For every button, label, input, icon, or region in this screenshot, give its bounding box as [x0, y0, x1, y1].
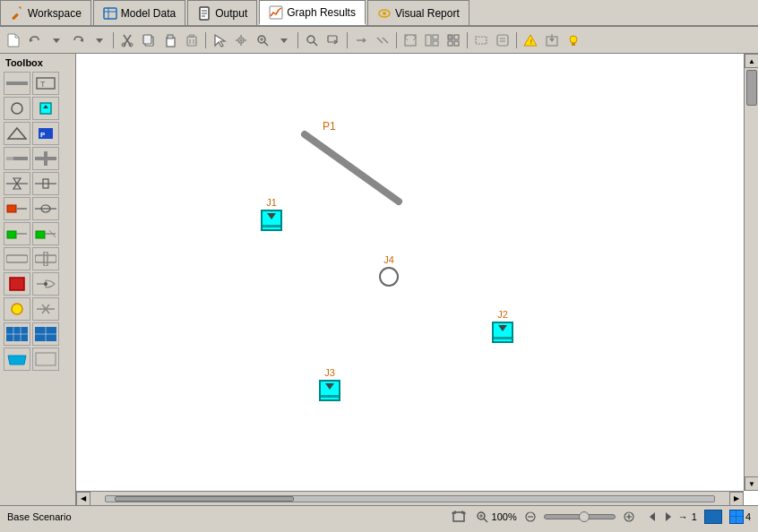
status-bar: Base Scenario 100% [0, 505, 758, 527]
svg-marker-14 [96, 39, 103, 43]
tool-circle[interactable] [4, 97, 30, 120]
redo-dropdown[interactable] [90, 30, 109, 50]
toolbox-title: Toolbox [2, 56, 73, 70]
pipe-p1[interactable]: P1 [305, 120, 399, 202]
canvas-area[interactable]: P1 J1 J2 J3 [76, 54, 758, 505]
tool-grid1[interactable] [4, 322, 30, 346]
tool-row-8 [2, 247, 73, 270]
tool-pipe-l[interactable] [4, 147, 30, 170]
paste-button[interactable] [160, 30, 180, 50]
j3-arrow [325, 383, 334, 390]
tool-grid2[interactable] [32, 322, 59, 346]
tool-xsensor[interactable] [32, 297, 59, 321]
copy-button[interactable] [139, 30, 159, 50]
svg-rect-1 [104, 8, 116, 19]
j1-box[interactable] [261, 210, 282, 231]
fit-view-btn[interactable] [449, 507, 469, 527]
scroll-thumb[interactable] [115, 496, 294, 502]
scroll-track[interactable] [105, 495, 715, 502]
tool-sensor[interactable] [4, 297, 30, 321]
layout-button[interactable] [422, 30, 442, 50]
map-view-icon[interactable] [704, 510, 722, 524]
zoom-slider[interactable] [544, 514, 616, 519]
select-button[interactable] [210, 30, 229, 50]
junction-j3[interactable]: J3 [319, 367, 340, 401]
tool-row-6 [2, 197, 73, 220]
tab-workspace[interactable]: Workspace [0, 0, 91, 25]
new-button[interactable] [4, 30, 23, 50]
scroll-right-btn[interactable]: ▶ [729, 492, 744, 506]
disconnect-button[interactable] [373, 30, 392, 50]
zoom-minus-btn[interactable] [521, 507, 540, 527]
tool-junction[interactable] [32, 97, 59, 120]
connect-button[interactable] [351, 30, 371, 50]
undo-button[interactable] [25, 30, 45, 50]
fit-button[interactable] [401, 30, 420, 50]
scroll-down-btn[interactable]: ▼ [745, 476, 758, 491]
svg-line-40 [377, 38, 383, 43]
zoom-thumb[interactable] [579, 511, 590, 522]
group-button[interactable] [471, 30, 491, 50]
tool-xvalve[interactable] [32, 197, 59, 220]
replace-button[interactable] [323, 30, 343, 50]
junction-j2[interactable]: J2 [492, 309, 513, 343]
j3-box[interactable] [319, 380, 340, 401]
zoom-dropdown2[interactable] [274, 30, 294, 50]
redo-button[interactable] [68, 30, 88, 50]
tool-gate[interactable] [32, 172, 59, 195]
junction-j1[interactable]: J1 [261, 197, 282, 231]
svg-rect-82 [7, 231, 16, 238]
tool-valve[interactable] [4, 172, 30, 195]
j2-box[interactable] [492, 322, 513, 343]
svg-rect-104 [36, 353, 56, 365]
tool-spray[interactable] [32, 272, 59, 296]
svg-rect-45 [433, 41, 438, 46]
undo-dropdown[interactable] [47, 30, 66, 50]
tool-xemit[interactable] [32, 222, 59, 245]
light-button[interactable] [564, 30, 583, 50]
tab-graph-results[interactable]: Graph Results [259, 0, 366, 25]
j4-circle[interactable] [379, 267, 399, 287]
zoom-plus-btn[interactable] [619, 507, 639, 527]
tool-pipe2[interactable] [4, 247, 30, 270]
tab-output[interactable]: Output [187, 0, 257, 25]
nav-number: 1 [692, 511, 697, 522]
svg-rect-0 [12, 13, 19, 20]
tool-pipe-t[interactable] [32, 147, 59, 170]
scroll-y[interactable]: ▲ ▼ [744, 54, 758, 491]
find-button[interactable] [302, 30, 322, 50]
tool-tee[interactable] [32, 247, 59, 270]
export-button[interactable] [542, 30, 562, 50]
sep7 [516, 32, 517, 48]
j2-label: J2 [497, 309, 508, 320]
svg-marker-34 [280, 39, 288, 43]
warn-button[interactable]: ! [521, 30, 540, 50]
tool-diamond[interactable]: P [32, 122, 59, 145]
tool-row-12 [2, 348, 73, 371]
svg-rect-61 [6, 82, 28, 85]
tool-tray[interactable] [4, 348, 30, 371]
tab-visual-report[interactable]: Visual Report [367, 0, 469, 25]
junction-j4[interactable]: J4 [379, 254, 399, 287]
tab-model-data[interactable]: Model Data [93, 0, 185, 25]
tool-extra[interactable] [32, 348, 59, 371]
arrange-button[interactable] [444, 30, 463, 50]
scroll-x[interactable]: ◀ ▶ [76, 491, 744, 505]
tool-pump[interactable] [4, 197, 30, 220]
svg-text:!: ! [530, 38, 533, 46]
j4-label: J4 [383, 254, 394, 265]
cut-button[interactable] [117, 30, 137, 50]
zoom-button[interactable] [253, 30, 272, 50]
pan-button[interactable] [231, 30, 251, 50]
tool-tank[interactable] [4, 272, 30, 296]
scroll-left-btn[interactable]: ◀ [76, 492, 90, 506]
tool-triangle[interactable] [4, 122, 30, 145]
tool-emitter[interactable] [4, 222, 30, 245]
grid-icon[interactable] [729, 510, 744, 524]
scroll-up-btn[interactable]: ▲ [745, 54, 758, 68]
tool-text-box[interactable]: T [32, 72, 59, 95]
tool-pipe-h[interactable] [4, 72, 30, 95]
properties-button[interactable] [493, 30, 513, 50]
delete-button[interactable] [182, 30, 202, 50]
tool-row-11 [2, 322, 73, 346]
